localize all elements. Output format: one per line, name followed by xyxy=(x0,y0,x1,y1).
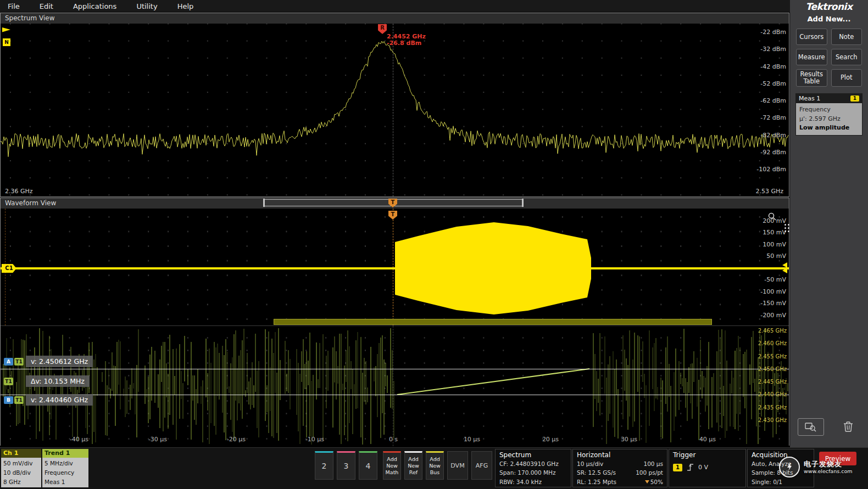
sidebar-button[interactable]: Note xyxy=(831,29,863,45)
waveform-position-arrow-icon[interactable] xyxy=(782,268,787,273)
spectrum-y-label: -32 dBm xyxy=(760,45,786,54)
tool-button[interactable]: AFG xyxy=(471,451,492,480)
spectrum-view-title[interactable]: Spectrum View xyxy=(1,13,789,24)
oscilloscope-app: FileEditApplicationsUtilityHelp Spectrum… xyxy=(0,0,868,489)
marker-amplitude-readout: -26.8 dBm xyxy=(387,40,421,47)
trend-frequency-label: 2.435 GHz xyxy=(758,404,787,411)
cursor-b-readout: v: 2.440460 GHz xyxy=(26,394,93,406)
sample-rate: SR: 12.5 GS/s xyxy=(577,468,616,477)
cursor-delta-readout: Δv: 10.153 MHz xyxy=(26,375,90,387)
record-duration: 100 μs xyxy=(643,459,663,468)
acquisition-single: Single: 0/1 xyxy=(752,477,810,486)
add-button-add-new-bus[interactable]: Add New Bus xyxy=(426,451,444,480)
trend-frequency-label: 2.450 GHz xyxy=(758,366,787,373)
time-axis-label: 40 μs xyxy=(688,436,727,443)
sidebar-button[interactable]: Measure xyxy=(796,49,827,65)
add-new-buttons: Add New MathAdd New RefAdd New Bus xyxy=(383,451,444,480)
channel-1-badge[interactable]: Ch 1 50 mV/div 10 dB/div 8 GHz xyxy=(1,449,41,487)
spectrum-y-label: -62 dBm xyxy=(760,97,786,105)
time-axis-label: -20 μs xyxy=(217,436,255,443)
spectrum-y-label: -102 dBm xyxy=(756,165,786,174)
waveform-y-label: -50 mV xyxy=(764,276,786,284)
sidebar-button[interactable]: Search xyxy=(831,49,863,65)
cursor-b-badge[interactable]: B xyxy=(4,396,13,404)
meas-source-badge: 1 xyxy=(850,95,859,102)
channel-buttons: 234 xyxy=(315,451,377,480)
cursor-source-badge[interactable]: T1 xyxy=(14,358,24,366)
time-axis-label: 30 μs xyxy=(610,436,648,443)
trend-1-badge-title: Trend 1 xyxy=(42,449,88,458)
channel-button-4[interactable]: 4 xyxy=(359,451,377,480)
channel-button-2[interactable]: 2 xyxy=(315,451,333,480)
time-per-div: 10 μs/div xyxy=(577,459,603,468)
meas-1-results-badge[interactable]: Meas 1 1 Frequency μ': 2.597 GHz Low amp… xyxy=(795,93,863,136)
channel-button-3[interactable]: 3 xyxy=(337,451,355,480)
sample-interval: 100 ps/pt xyxy=(636,468,663,477)
trend-type: Frequency xyxy=(44,468,86,477)
horizontal-settings-badge[interactable]: Horizontal 10 μs/div100 μs SR: 12.5 GS/s… xyxy=(572,449,667,487)
trigger-level-arrow-icon[interactable] xyxy=(782,262,787,268)
spectrum-stop-frequency-label: 2.53 GHz xyxy=(755,188,783,195)
trend-plot[interactable]: v: 2.450612 GHz A T1 Δv: 10.153 MHz T1 v… xyxy=(1,325,789,446)
trend-source: Meas 1 xyxy=(44,477,86,487)
spectrum-settings-badge[interactable]: Spectrum CF: 2.44803910 GHz Span: 170.00… xyxy=(495,449,571,487)
watermark-url: www.elecfans.com xyxy=(804,468,852,474)
record-length: RL: 1.25 Mpts xyxy=(577,477,616,486)
spectrum-box-title: Spectrum xyxy=(499,451,567,459)
waveform-y-label: 100 mV xyxy=(763,240,786,249)
spectrum-y-label: -42 dBm xyxy=(760,63,786,71)
waveform-y-axis-negative-labels: -50 mV-100 mV-150 mV-200 mV xyxy=(760,276,786,320)
horizontal-box-title: Horizontal xyxy=(577,451,663,459)
menu-item[interactable]: Utility xyxy=(136,2,157,10)
time-axis-label: 10 μs xyxy=(453,436,491,443)
spectrum-trace xyxy=(1,24,789,196)
sidebar-button[interactable]: Cursors xyxy=(796,29,827,45)
tool-button[interactable]: DVM xyxy=(447,451,468,480)
normal-trace-badge[interactable]: N xyxy=(3,38,10,46)
add-button-add-new-ref[interactable]: Add New Ref xyxy=(404,451,422,480)
menu-item[interactable]: File xyxy=(8,2,20,10)
trigger-source-badge: 1 xyxy=(673,464,682,471)
trend-frequency-label: 2.455 GHz xyxy=(758,353,787,360)
tool-buttons: DVMAFG xyxy=(447,451,492,480)
center-frequency: CF: 2.44803910 GHz xyxy=(499,459,567,468)
ch1-bandwidth: 8 GHz xyxy=(3,477,39,487)
panel-drag-handle[interactable] xyxy=(784,224,789,232)
spectrum-plot[interactable]: N R 2.4452 GHz -26.8 dBm -22 dBm-32 dBm-… xyxy=(1,24,789,196)
sidebar-button[interactable]: Plot xyxy=(831,69,863,87)
trend-frequency-label: 2.445 GHz xyxy=(758,378,787,385)
cursor-source-badge[interactable]: T1 xyxy=(4,378,13,385)
trend-1-badge[interactable]: Trend 1 5 MHz/div Frequency Meas 1 xyxy=(42,449,88,487)
span: Span: 170.000 MHz xyxy=(499,468,567,477)
waveform-y-label: 150 mV xyxy=(763,228,786,237)
trigger-settings-badge[interactable]: Trigger 1 0 V xyxy=(669,449,746,487)
menu-bar: FileEditApplicationsUtilityHelp xyxy=(0,0,790,12)
trend-scale: 5 MHz/div xyxy=(44,459,86,468)
add-button-add-new-math[interactable]: Add New Math xyxy=(383,451,401,480)
menu-item[interactable]: Applications xyxy=(73,2,116,10)
watermark-logo-icon xyxy=(779,457,800,477)
cursor-source-badge[interactable]: T1 xyxy=(14,396,24,404)
trash-icon[interactable] xyxy=(838,418,858,435)
cursor-a-line[interactable] xyxy=(1,369,789,369)
zoom-mode-button[interactable] xyxy=(798,418,824,436)
spectrum-y-label: -72 dBm xyxy=(760,114,786,122)
waveform-y-label: -100 mV xyxy=(760,288,786,296)
sidebar-button[interactable]: Results Table xyxy=(796,69,827,87)
tektronix-logo: Tektronix xyxy=(790,0,868,12)
trend-frequency-label: 2.465 GHz xyxy=(758,327,787,334)
cursor-b-line[interactable] xyxy=(1,395,789,395)
waveform-trace xyxy=(1,209,789,325)
menu-item[interactable]: Edit xyxy=(40,2,53,10)
time-axis-label: -10 μs xyxy=(296,436,334,443)
waveform-plot[interactable]: T C1 200 mV150 mV100 mV50 mV -50 mV-100 … xyxy=(1,209,789,325)
zoom-magnifier-icon[interactable] xyxy=(767,212,777,222)
time-axis-label: 20 μs xyxy=(531,436,570,443)
cursor-a-badge[interactable]: A xyxy=(4,358,13,366)
spectrum-time-bar[interactable] xyxy=(274,319,712,325)
menu-item[interactable]: Help xyxy=(177,2,194,10)
cursor-a-readout: v: 2.450612 GHz xyxy=(26,356,93,367)
waveform-view-panel: Waveform View T T C1 200 mV150 mV100 mV5… xyxy=(0,198,789,446)
rising-edge-icon xyxy=(686,463,694,471)
trigger-box-title: Trigger xyxy=(673,451,742,459)
